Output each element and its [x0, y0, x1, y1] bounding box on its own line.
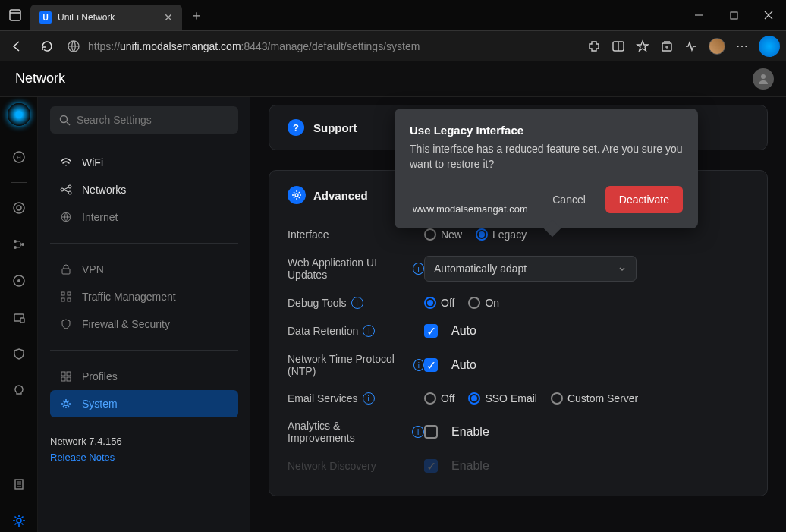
- info-icon[interactable]: i: [413, 359, 424, 371]
- svg-point-19: [14, 246, 17, 249]
- checkbox-discovery[interactable]: ✓: [424, 459, 438, 473]
- new-tab-button[interactable]: ＋: [190, 6, 203, 24]
- nav-wifi[interactable]: WiFi: [50, 149, 238, 176]
- rail-dashboard[interactable]: H: [8, 146, 30, 168]
- profiles-icon: [59, 370, 73, 382]
- info-icon[interactable]: i: [351, 297, 363, 309]
- nav-internet[interactable]: Internet: [50, 203, 238, 231]
- svg-text:H: H: [17, 154, 21, 161]
- select-web-ui[interactable]: Automatically adapt: [424, 256, 637, 282]
- info-icon[interactable]: i: [363, 325, 375, 337]
- checkbox-retention[interactable]: ✓: [424, 324, 438, 338]
- extensions-icon[interactable]: [587, 39, 601, 53]
- minimize-button[interactable]: [681, 0, 716, 30]
- svg-point-34: [68, 191, 71, 194]
- radio-email-custom[interactable]: Custom Server: [551, 392, 638, 405]
- radio-email-off[interactable]: Off: [424, 392, 454, 405]
- cancel-button[interactable]: Cancel: [542, 187, 596, 212]
- radio-interface-legacy[interactable]: Legacy: [476, 228, 527, 241]
- back-button[interactable]: [6, 39, 27, 53]
- rail-settings[interactable]: [8, 509, 30, 532]
- svg-rect-38: [68, 292, 71, 295]
- tab-overview-icon[interactable]: [0, 9, 30, 21]
- wifi-icon: [59, 156, 73, 168]
- health-icon[interactable]: [684, 39, 698, 53]
- search-settings[interactable]: [50, 106, 238, 134]
- rail-logs[interactable]: [8, 473, 30, 496]
- info-icon[interactable]: i: [412, 426, 424, 438]
- settings-sidebar: WiFi Networks Internet VPN Traffic Manag…: [38, 97, 250, 532]
- svg-line-31: [67, 122, 70, 125]
- svg-point-32: [61, 188, 64, 191]
- rail-devices[interactable]: [8, 233, 30, 256]
- nav-system[interactable]: System: [50, 390, 238, 417]
- release-notes-link[interactable]: Release Notes: [50, 452, 238, 463]
- shield-icon: [59, 318, 73, 330]
- svg-rect-44: [67, 377, 71, 381]
- refresh-button[interactable]: [36, 39, 58, 53]
- legacy-interface-dialog: Use Legacy Interface This interface has …: [395, 109, 698, 228]
- nav-networks[interactable]: Networks: [50, 176, 238, 203]
- label: Web Application UI Updates: [288, 257, 408, 281]
- checkbox-analytics[interactable]: [424, 425, 438, 439]
- checkbox-ntp[interactable]: ✓: [424, 358, 438, 372]
- setting-email: Email Servicesi Off SSO Email Custom Ser…: [288, 385, 749, 412]
- dialog-title: Use Legacy Interface: [410, 124, 683, 137]
- app-header: Network: [0, 61, 786, 97]
- nav-firewall[interactable]: Firewall & Security: [50, 310, 238, 338]
- radio-interface-new[interactable]: New: [424, 228, 462, 241]
- svg-point-46: [295, 194, 298, 197]
- app-title: Network: [15, 71, 65, 87]
- unifi-logo-icon[interactable]: [8, 103, 30, 126]
- nav-label: Traffic Management: [82, 291, 176, 303]
- label: Data Retention: [288, 325, 358, 337]
- rail-topology[interactable]: [8, 197, 30, 219]
- rail-insights[interactable]: [8, 379, 30, 401]
- rail-security[interactable]: [8, 342, 30, 365]
- setting-debug: Debug Toolsi Off On: [288, 289, 749, 316]
- bing-chat-icon[interactable]: [759, 36, 780, 57]
- tab-close-icon[interactable]: ✕: [164, 11, 173, 24]
- nav-label: VPN: [82, 263, 104, 275]
- site-info-icon[interactable]: [67, 39, 80, 53]
- maximize-button[interactable]: [716, 0, 751, 30]
- label: Debug Tools: [288, 297, 347, 309]
- rail-clients[interactable]: [8, 269, 30, 292]
- nav-traffic[interactable]: Traffic Management: [50, 283, 238, 310]
- radio-debug-off[interactable]: Off: [424, 297, 454, 309]
- svg-rect-43: [61, 377, 65, 381]
- search-input[interactable]: [77, 114, 229, 126]
- label: Network Time Protocol (NTP): [288, 353, 409, 377]
- nav-vpn[interactable]: VPN: [50, 256, 238, 283]
- nav-label: Networks: [82, 184, 126, 196]
- help-icon: ?: [288, 119, 304, 136]
- split-screen-icon[interactable]: [612, 39, 625, 53]
- radio-email-sso[interactable]: SSO Email: [468, 392, 536, 405]
- favorites-icon[interactable]: [636, 39, 649, 53]
- url-text: https://unifi.modalsemangat.com:8443/man…: [88, 40, 420, 52]
- svg-rect-37: [61, 292, 64, 295]
- svg-point-30: [61, 115, 68, 122]
- address-bar[interactable]: https://unifi.modalsemangat.com:8443/man…: [67, 39, 578, 53]
- user-menu-button[interactable]: [753, 68, 774, 90]
- label: Analytics & Improvements: [288, 420, 407, 444]
- radio-debug-on[interactable]: On: [468, 297, 499, 309]
- browser-tab[interactable]: U UniFi Network ✕: [30, 5, 182, 30]
- setting-analytics: Analytics & Improvementsi Enable: [288, 412, 749, 452]
- collections-icon[interactable]: [660, 39, 674, 53]
- info-icon[interactable]: i: [413, 263, 424, 275]
- info-icon[interactable]: i: [363, 392, 375, 405]
- close-window-button[interactable]: [751, 0, 786, 30]
- rail-gateway[interactable]: [8, 306, 30, 329]
- deactivate-button[interactable]: Deactivate: [605, 186, 683, 213]
- svg-point-22: [17, 279, 20, 282]
- search-icon: [59, 115, 71, 126]
- svg-rect-42: [67, 372, 71, 376]
- more-icon[interactable]: ⋯: [736, 39, 748, 53]
- nav-profiles[interactable]: Profiles: [50, 363, 238, 390]
- profile-avatar[interactable]: [709, 38, 725, 55]
- version-label: Network 7.4.156: [50, 436, 238, 447]
- svg-rect-40: [68, 298, 71, 301]
- svg-rect-0: [10, 10, 20, 20]
- nav-rail: H: [0, 97, 38, 532]
